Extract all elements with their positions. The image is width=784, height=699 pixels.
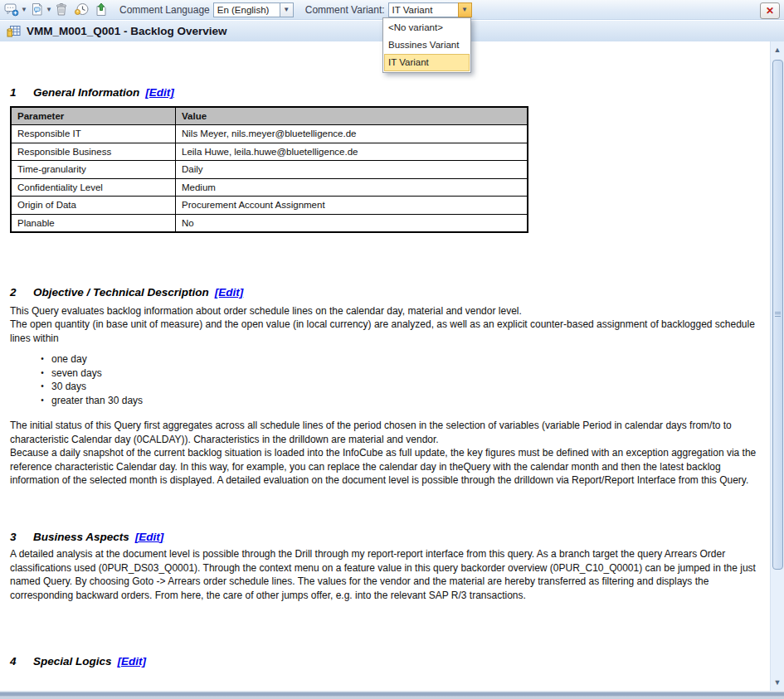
history-icon[interactable] [73, 2, 90, 17]
paragraph-line: Because a daily snapshot of the current … [10, 446, 762, 488]
column-header-parameter: Parameter [11, 107, 176, 125]
table-row: Planable No [11, 214, 528, 232]
comment-language-caret-icon[interactable]: ▼ [280, 2, 294, 17]
edit-link-objective[interactable]: [Edit] [215, 286, 244, 300]
value-cell: Daily [176, 161, 528, 179]
general-information-table: Parameter Value Responsible IT Nils Meye… [10, 106, 528, 234]
list-item: • seven days [10, 366, 762, 381]
business-aspects-paragraph: A detailed analysis at the document leve… [10, 547, 762, 602]
param-cell: Responsible Business [11, 143, 176, 161]
bullet-icon: • [33, 352, 51, 366]
section-heading-objective: 2 Objective / Technical Description [Edi… [10, 286, 762, 300]
bullet-text: 30 days [51, 380, 86, 394]
list-item: • 30 days [10, 380, 762, 394]
param-cell: Responsible IT [11, 125, 176, 143]
comment-copy-icon[interactable] [28, 2, 45, 17]
value-cell: Medium [176, 178, 528, 197]
comment-variant-dropdown: <No variant> Bussines Variant IT Variant [382, 17, 471, 73]
param-cell: Origin of Data [11, 197, 176, 215]
bullet-icon: • [33, 394, 51, 408]
comment-language-label: Comment Language [119, 4, 210, 16]
edit-link-general-information[interactable]: [Edit] [145, 86, 174, 100]
bullet-icon: • [33, 380, 51, 394]
section-title: General Information [33, 86, 139, 100]
param-cell: Time-granularity [11, 161, 176, 179]
value-cell: No [176, 214, 528, 232]
table-header-row: Parameter Value [11, 107, 528, 125]
delete-icon[interactable] [53, 2, 70, 17]
section-title: Objective / Technical Description [33, 286, 209, 300]
paragraph-line: The initial status of this Query first a… [10, 419, 762, 446]
query-icon [7, 25, 21, 38]
comment-variant-label: Comment Variant: [305, 4, 385, 16]
section-number: 1 [10, 86, 33, 100]
param-cell: Planable [11, 214, 176, 232]
paragraph-line: This Query evaluates backlog information… [10, 304, 762, 318]
dropdown-option-it-variant[interactable]: IT Variant [384, 54, 470, 71]
section-number: 3 [10, 531, 33, 545]
comment-variant-caret-icon[interactable]: ▼ [458, 2, 472, 17]
bullet-text: one day [51, 352, 87, 366]
edit-link-business-aspects[interactable]: [Edit] [135, 531, 164, 545]
section-title: Special Logics [33, 655, 112, 669]
dropdown-option-business-variant[interactable]: Bussines Variant [384, 36, 470, 54]
page-title: VMM_M001_Q001 - Backlog Overview [27, 25, 227, 37]
table-row: Time-granularity Daily [11, 161, 528, 179]
value-cell: Procurement Account Assignment [176, 197, 528, 215]
vertical-scrollbar[interactable]: ▲ ▼ [770, 41, 784, 691]
objective-paragraph-2: The initial status of this Query first a… [10, 419, 762, 488]
objective-paragraph-1: This Query evaluates backlog information… [10, 304, 762, 346]
edit-link-special-logics[interactable]: [Edit] [118, 655, 147, 669]
section-heading-special-logics: 4 Special Logics [Edit] [10, 655, 762, 669]
value-cell: Leila Huwe, leila.huwe@bluetelligence.de [176, 143, 528, 161]
document-area: 1 General Information [Edit] Parameter V… [0, 41, 770, 691]
close-icon[interactable]: ✕ [760, 2, 780, 19]
window-bottom-edge [0, 691, 784, 699]
table-row: Responsible Business Leila Huwe, leila.h… [11, 143, 528, 161]
comment-language-select[interactable]: En (English) ▼ [213, 2, 294, 17]
scroll-up-icon[interactable]: ▲ [771, 43, 784, 56]
comment-add-caret-icon[interactable]: ▼ [20, 6, 28, 13]
list-item: • greater than 30 days [10, 394, 762, 408]
comment-copy-caret-icon[interactable]: ▼ [45, 6, 53, 13]
table-row: Confidentiality Level Medium [11, 178, 528, 197]
scroll-down-icon[interactable]: ▼ [771, 676, 784, 689]
section-heading-business-aspects: 3 Business Aspects [Edit] [10, 531, 762, 545]
bullet-text: seven days [51, 366, 102, 381]
value-cell: Nils Meyer, nils.meyer@bluetelligence.de [176, 125, 528, 143]
section-number: 2 [10, 286, 33, 300]
section-heading-general-information: 1 General Information [Edit] [10, 86, 762, 100]
comment-add-icon[interactable] [3, 2, 20, 17]
param-cell: Confidentiality Level [11, 178, 176, 197]
comment-language-value[interactable]: En (English) [213, 2, 280, 17]
dropdown-option-no-variant[interactable]: <No variant> [384, 19, 470, 36]
section-title: Business Aspects [33, 531, 129, 545]
scrollbar-grip [775, 312, 781, 317]
list-item: • one day [10, 352, 762, 366]
scrollbar-thumb[interactable] [772, 60, 783, 570]
upload-icon[interactable] [93, 2, 110, 17]
bullet-text: greater than 30 days [51, 394, 143, 408]
column-header-value: Value [176, 107, 528, 125]
objective-bullet-list: • one day • seven days • 30 days • great… [10, 352, 762, 407]
paragraph-line: The open quantity (in base unit of measu… [10, 318, 762, 345]
section-number: 4 [10, 655, 33, 669]
table-row: Responsible IT Nils Meyer, nils.meyer@bl… [11, 125, 528, 143]
table-row: Origin of Data Procurement Account Assig… [11, 197, 528, 215]
comment-variant-value[interactable]: IT Variant [388, 2, 458, 17]
comment-variant-select[interactable]: IT Variant ▼ [388, 2, 472, 17]
bullet-icon: • [33, 366, 51, 381]
